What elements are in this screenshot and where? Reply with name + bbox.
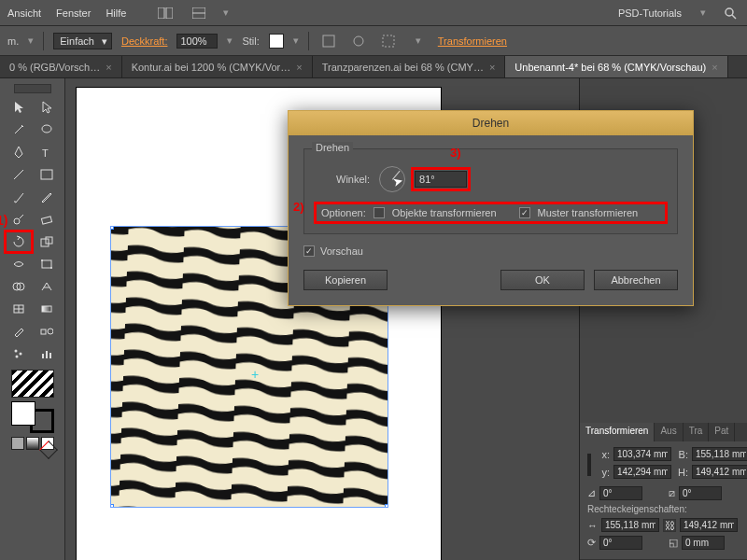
link-icon[interactable]: ⛓ (663, 519, 676, 532)
svg-rect-27 (41, 329, 46, 334)
rotate-input[interactable] (599, 486, 642, 500)
rotate-tool[interactable] (6, 231, 32, 252)
layout-icon[interactable] (156, 4, 175, 22)
blend-tool[interactable] (34, 321, 60, 342)
eyedropper-tool[interactable] (6, 321, 32, 342)
cancel-button[interactable]: Abbrechen (594, 270, 678, 290)
height-input[interactable] (692, 465, 747, 479)
perspective-grid-tool[interactable] (34, 276, 60, 297)
svg-point-4 (726, 8, 733, 16)
tab-doc-1[interactable]: Kontur.ai bei 1200 % (CMYK/Vor…× (122, 56, 313, 77)
svg-rect-26 (42, 306, 51, 312)
options-bar: m. ▾ Einfach Deckkraft: ▾ Stil: ▾ ▾ Tran… (0, 26, 747, 56)
svg-rect-18 (42, 260, 51, 268)
rectangle-tool[interactable] (34, 164, 60, 185)
rect-width-input[interactable] (601, 518, 659, 532)
gradient-tool[interactable] (34, 299, 60, 319)
pattern-swatch[interactable] (11, 370, 54, 398)
doc-setup-icon[interactable] (318, 31, 339, 51)
contour-dropdown[interactable]: Einfach (53, 33, 112, 49)
y-input[interactable] (613, 465, 671, 479)
transform-objects-checkbox[interactable] (374, 207, 385, 218)
width-input[interactable] (692, 447, 747, 461)
selection-handle[interactable] (110, 504, 114, 508)
toolbar-handle[interactable] (14, 84, 51, 93)
svg-point-28 (48, 329, 53, 334)
selection-handle[interactable] (110, 226, 114, 230)
eraser-tool[interactable] (34, 209, 60, 230)
tab-doc-3[interactable]: Unbenannt-4* bei 68 % (CMYK/Vorschau)× (505, 56, 727, 77)
pen-tool[interactable] (6, 142, 32, 162)
magic-wand-tool[interactable] (6, 119, 32, 140)
color-mode-none[interactable] (41, 437, 54, 450)
tab-transformieren[interactable]: Transformieren (580, 423, 655, 441)
reference-point-grid[interactable] (587, 454, 591, 476)
type-tool[interactable]: T (34, 142, 60, 162)
width-tool[interactable] (6, 254, 32, 274)
preferences-icon[interactable] (348, 31, 369, 51)
tab-doc-2[interactable]: Tranzparenzen.ai bei 68 % (CMY…× (313, 56, 506, 77)
close-icon[interactable]: × (296, 62, 302, 73)
svg-rect-15 (41, 217, 51, 224)
rect-angle-input[interactable] (599, 536, 642, 550)
h-label: H: (675, 467, 688, 478)
align-icon[interactable] (378, 31, 399, 51)
shear-input[interactable] (679, 486, 722, 500)
blob-brush-tool[interactable] (6, 209, 32, 230)
style-swatch[interactable] (269, 34, 284, 49)
transform-link[interactable]: Transformieren (438, 35, 507, 47)
psd-tutorials-menu[interactable]: PSD-Tutorials (614, 7, 685, 19)
deckkraft-label[interactable]: Deckkraft: (121, 35, 168, 47)
ok-button[interactable]: OK (500, 270, 585, 290)
chevron-down-icon[interactable]: ▾ (293, 35, 299, 47)
arrange-icon[interactable] (190, 4, 208, 22)
menu-ansicht[interactable]: Ansicht (7, 7, 41, 19)
angle-input[interactable] (415, 171, 467, 188)
search-icon[interactable] (721, 4, 740, 22)
chevron-down-icon[interactable]: ▾ (227, 35, 233, 47)
pencil-tool[interactable] (34, 187, 60, 207)
menu-fenster[interactable]: Fenster (56, 7, 91, 19)
mesh-tool[interactable] (6, 299, 32, 319)
fill-swatch[interactable] (11, 401, 35, 426)
free-transform-tool[interactable] (34, 254, 60, 274)
color-mode-gradient[interactable] (26, 437, 39, 450)
shape-builder-tool[interactable] (6, 276, 32, 297)
preview-checkbox[interactable] (303, 245, 315, 257)
x-input[interactable] (613, 447, 671, 461)
lasso-tool[interactable] (34, 119, 60, 140)
rect-height-input[interactable] (680, 518, 738, 532)
chevron-down-icon[interactable]: ▾ (28, 35, 34, 47)
scale-tool[interactable] (34, 231, 60, 252)
line-tool[interactable] (6, 164, 32, 185)
selection-handle[interactable] (385, 504, 388, 508)
color-mode-buttons (11, 437, 54, 450)
opacity-input[interactable] (176, 34, 218, 49)
options-left-label: m. (7, 35, 19, 47)
menu-hilfe[interactable]: Hilfe (106, 7, 126, 19)
tab-pat[interactable]: Pat (709, 423, 735, 441)
corner-input[interactable] (682, 536, 725, 550)
tab-doc-0[interactable]: 0 % (RGB/Vorsch…× (0, 56, 122, 77)
angle-dial[interactable]: ➤ (379, 166, 405, 192)
direct-selection-tool[interactable] (34, 97, 60, 118)
stil-label: Stil: (242, 35, 259, 47)
close-icon[interactable]: × (106, 62, 111, 73)
svg-rect-34 (49, 353, 51, 358)
svg-point-19 (41, 259, 43, 261)
fill-stroke-swatch[interactable] (11, 401, 54, 433)
brush-tool[interactable] (6, 187, 32, 207)
close-icon[interactable]: × (489, 62, 495, 73)
transform-patterns-checkbox[interactable] (519, 207, 530, 218)
close-icon[interactable]: × (712, 62, 717, 73)
selection-tool[interactable] (6, 97, 32, 118)
align-menu-icon[interactable]: ▾ (408, 31, 429, 51)
svg-rect-23 (14, 305, 23, 313)
color-mode-solid[interactable] (11, 437, 24, 450)
copy-button[interactable]: Kopieren (303, 270, 388, 290)
svg-point-20 (50, 267, 52, 269)
tab-tra[interactable]: Tra (684, 423, 710, 441)
tab-aus[interactable]: Aus (655, 423, 683, 441)
graph-tool[interactable] (34, 343, 60, 364)
symbol-sprayer-tool[interactable] (6, 343, 32, 364)
